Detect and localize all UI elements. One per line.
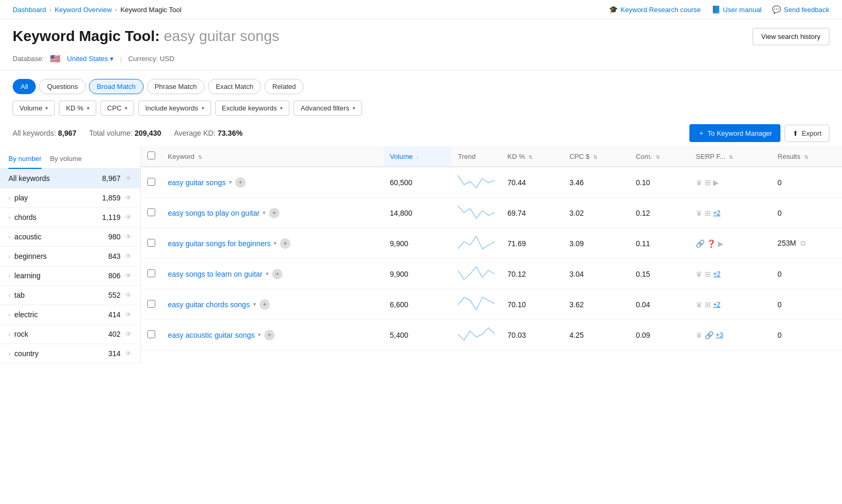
sidebar-item-chords[interactable]: › chords 1,119 👁 [0,208,141,227]
country-selector[interactable]: United States ▾ [67,55,114,63]
view-search-history-button[interactable]: View search history [753,28,829,45]
kd-filter[interactable]: KD % ▾ [59,100,96,116]
row-checkbox-0[interactable] [147,178,155,186]
sidebar-item-rock[interactable]: › rock 402 👁 [0,325,141,344]
sidebar-item-acoustic[interactable]: › acoustic 980 👁 [0,227,141,247]
keyword-column-header[interactable]: Keyword ⇅ [162,146,384,167]
send-feedback-link[interactable]: 💬 Send feedback [772,5,829,14]
select-all-checkbox[interactable] [147,152,155,159]
sidebar-item-learning[interactable]: › learning 806 👁 [0,266,141,286]
keyword-dropdown-icon[interactable]: ▾ [263,209,266,216]
eye-icon[interactable]: 👁 [125,194,132,202]
play-icon: ▶ [718,239,724,248]
breadcrumb-dashboard[interactable]: Dashboard [13,6,46,14]
keyword-dropdown-icon[interactable]: ▾ [274,240,277,247]
keyword-cell[interactable]: easy acoustic guitar songs ▾ ＋ [162,320,384,350]
sidebar-item-left: › electric [8,310,38,319]
sidebar-item-country[interactable]: › country 314 👁 [0,344,141,364]
keyword-dropdown-icon[interactable]: ▾ [266,270,269,277]
add-keyword-icon[interactable]: ＋ [259,299,270,310]
add-keyword-icon[interactable]: ＋ [269,208,279,218]
tab-all[interactable]: All [13,79,36,94]
tab-exact-match[interactable]: Exact Match [208,79,262,94]
sidebar-count: 402 [108,330,121,338]
sidebar-label: rock [14,330,28,338]
user-manual-link[interactable]: 📘 User manual [711,5,762,14]
eye-icon[interactable]: 👁 [125,252,132,260]
sidebar-item-tab[interactable]: › tab 552 👁 [0,286,141,305]
breadcrumb-keyword-overview[interactable]: Keyword Overview [55,6,112,14]
expand-icon: › [8,293,10,298]
serp-extra[interactable]: +2 [713,209,720,217]
advanced-filters-filter[interactable]: Advanced filters ▾ [294,100,362,116]
add-keyword-icon[interactable]: ＋ [264,330,275,340]
include-keywords-filter[interactable]: Include keywords ▾ [138,100,210,116]
eye-icon[interactable]: 👁 [125,213,132,221]
volume-cell: 6,600 [384,289,452,320]
row-checkbox-5[interactable] [147,330,155,338]
serp-features: ♛⊞+2 [696,209,765,217]
results-cell: 253M ⧉ [771,228,842,259]
keyword-cell[interactable]: easy guitar chords songs ▾ ＋ [162,289,384,320]
keyword-manager-button[interactable]: ＋ To Keyword Manager [689,124,781,142]
sidebar-item-electric[interactable]: › electric 414 👁 [0,305,141,325]
keyword-dropdown-icon[interactable]: ▾ [258,331,261,338]
keyword-research-course-link[interactable]: 🎓 Keyword Research course [609,5,700,14]
kd-column-header[interactable]: KD % ⇅ [501,146,563,167]
trend-cell [452,167,501,198]
sidebar-tab-by-number[interactable]: By number [8,150,42,169]
row-checkbox-cell [141,198,162,228]
eye-icon[interactable]: 👁 [125,291,132,299]
expand-icon: › [8,312,10,318]
row-checkbox-3[interactable] [147,269,155,277]
sort-icon: ↓ [416,154,419,160]
serp-extra[interactable]: +2 [713,301,720,308]
eye-icon[interactable]: 👁 [125,233,132,241]
keyword-cell[interactable]: easy songs to play on guitar ▾ ＋ [162,198,384,228]
eye-icon[interactable]: 👁 [125,349,132,358]
eye-icon[interactable]: 👁 [125,271,132,280]
tab-questions[interactable]: Questions [39,79,86,94]
row-checkbox-2[interactable] [147,239,155,247]
sidebar-item-all-keywords[interactable]: All keywords 8,967 👁 [0,169,141,188]
add-keyword-icon[interactable]: ＋ [280,238,290,249]
crown-icon: ♛ [696,331,703,339]
serp-column-header[interactable]: SERP F... ⇅ [689,146,771,167]
results-column-header[interactable]: Results ⇅ [771,146,842,167]
tab-phrase-match[interactable]: Phrase Match [147,79,205,94]
avg-kd-stat: Average KD: 73.36% [174,129,243,137]
sidebar-item-play[interactable]: › play 1,859 👁 [0,188,141,208]
sidebar-tab-by-volume[interactable]: By volume [50,150,82,169]
stats-right: ＋ To Keyword Manager ⬆ Export [689,124,829,142]
breadcrumb-current: Keyword Magic Tool [121,6,182,14]
row-checkbox-4[interactable] [147,300,155,308]
row-checkbox-1[interactable] [147,208,155,216]
keyword-dropdown-icon[interactable]: ▾ [253,301,256,308]
eye-icon[interactable]: 👁 [125,310,132,319]
tab-related[interactable]: Related [264,79,304,94]
results-cell: 0 [771,167,842,198]
add-keyword-icon[interactable]: ＋ [235,177,246,188]
serp-extra[interactable]: +3 [716,331,723,339]
volume-column-header[interactable]: Volume ↓ [384,146,452,167]
table-body: easy guitar songs ▾ ＋ 60,500 70.44 3.46 … [141,167,842,350]
add-keyword-icon[interactable]: ＋ [272,269,283,279]
cpc-filter[interactable]: CPC ▾ [101,100,134,116]
keyword-cell[interactable]: easy guitar songs for beginners ▾ ＋ [162,228,384,259]
com-column-header[interactable]: Com. ⇅ [629,146,689,167]
eye-icon[interactable]: 👁 [125,330,132,338]
eye-icon[interactable]: 👁 [125,174,132,183]
keyword-dropdown-icon[interactable]: ▾ [229,179,232,186]
keyword-cell[interactable]: easy guitar songs ▾ ＋ [162,167,384,198]
exclude-keywords-filter[interactable]: Exclude keywords ▾ [215,100,290,116]
tab-broad-match[interactable]: Broad Match [89,79,144,94]
cpc-column-header[interactable]: CPC $ ⇅ [563,146,629,167]
expand-icon: › [8,215,10,220]
serp-extra[interactable]: +2 [713,270,720,278]
keyword-cell[interactable]: easy songs to learn on guitar ▾ ＋ [162,259,384,289]
copy-icon[interactable]: ⧉ [800,239,806,247]
export-button[interactable]: ⬆ Export [785,125,829,142]
volume-filter[interactable]: Volume ▾ [13,100,55,116]
sidebar-item-beginners[interactable]: › beginners 843 👁 [0,247,141,266]
keyword-research-course-label: Keyword Research course [620,6,700,14]
